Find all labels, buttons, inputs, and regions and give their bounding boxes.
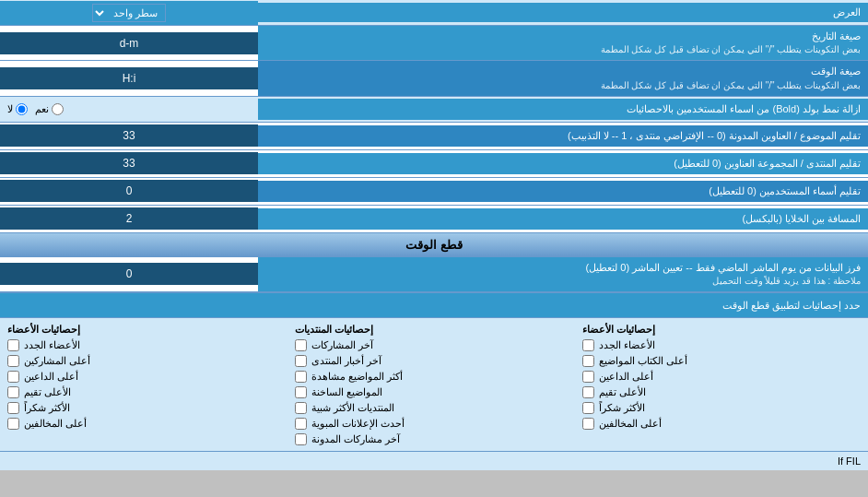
stats-limit-row: حدد إحصائيات لتطبيق قطع الوقت	[0, 292, 868, 318]
col3-check-3[interactable]	[7, 386, 19, 398]
col2-item-2: أكثر المواضيع مشاهدة	[295, 371, 573, 383]
bold-remove-radio-area: نعم لا	[0, 101, 258, 118]
col1-check-5[interactable]	[582, 418, 594, 430]
col3-header: إحصائيات الأعضاء	[7, 324, 286, 336]
col2-check-6[interactable]	[295, 433, 307, 445]
col2-check-4[interactable]	[295, 402, 307, 414]
col1-check-0[interactable]	[582, 339, 594, 351]
footer: If FIL	[0, 451, 868, 470]
username-count-row: تقليم أسماء المستخدمين (0 للتعطيل)	[0, 178, 868, 206]
cut-time-header: قطع الوقت	[0, 233, 868, 257]
col2-header: إحصائيات المنتديات	[295, 324, 573, 336]
col3-item-0: الأعضاء الجدد	[7, 339, 286, 351]
col2-item-3: المواضيع الساخنة	[295, 386, 573, 398]
col3-item-3: الأعلى تقيم	[7, 386, 286, 398]
col2-check-5[interactable]	[295, 418, 307, 430]
checkbox-col-3: إحصائيات الأعضاء الأعضاء الجدد أعلى المش…	[7, 324, 286, 445]
cell-spacing-input[interactable]	[7, 212, 251, 225]
cell-spacing-input-wrapper	[0, 207, 258, 230]
col3-item-5: أعلى المخالفين	[7, 418, 286, 430]
radio-yes[interactable]	[52, 103, 64, 115]
checkbox-col-2: إحصائيات المنتديات آخر المشاركات آخر أخب…	[295, 324, 573, 445]
col2-item-0: آخر المشاركات	[295, 339, 573, 351]
topic-title-label: تقليم الموضوع / العناوين المدونة (0 -- ا…	[258, 125, 868, 147]
col2-check-3[interactable]	[295, 386, 307, 398]
col3-check-5[interactable]	[7, 418, 19, 430]
time-format-input-wrapper	[0, 67, 258, 89]
col2-item-6: آخر مشاركات المدونة	[295, 433, 573, 445]
col2-check-0[interactable]	[295, 339, 307, 351]
date-format-input[interactable]	[7, 37, 251, 50]
cut-time-row: فرز البيانات من يوم الماشر الماضي فقط --…	[0, 257, 868, 292]
radio-no[interactable]	[16, 103, 28, 115]
header-label: العرض	[258, 3, 868, 22]
col2-item-5: أحدث الإعلانات المبوية	[295, 418, 573, 430]
display-select[interactable]: سطر واحد سطرين ثلاثة أسطر	[92, 4, 166, 22]
col2-item-4: المنتديات الأكثر شبية	[295, 402, 573, 414]
forum-group-row: تقليم المنتدى / المجموعة العناوين (0 للت…	[0, 150, 868, 178]
forum-group-input-wrapper	[0, 152, 258, 174]
col3-item-1: أعلى المشاركين	[7, 355, 286, 367]
col3-check-0[interactable]	[7, 339, 19, 351]
col1-item-5: أعلى المخالفين	[582, 418, 861, 430]
radio-yes-label[interactable]: نعم	[35, 103, 64, 115]
date-format-input-wrapper	[0, 32, 258, 54]
header-select-area[interactable]: سطر واحد سطرين ثلاثة أسطر	[0, 1, 258, 25]
col2-item-1: آخر أخبار المنتدى	[295, 355, 573, 367]
cut-time-input-wrapper	[0, 263, 258, 285]
radio-no-label[interactable]: لا	[7, 103, 28, 115]
col3-check-4[interactable]	[7, 402, 19, 414]
col1-check-1[interactable]	[582, 355, 594, 367]
forum-group-label: تقليم المنتدى / المجموعة العناوين (0 للت…	[258, 153, 868, 174]
col1-check-4[interactable]	[582, 402, 594, 414]
stats-limit-label: حدد إحصائيات لتطبيق قطع الوقت	[7, 300, 861, 312]
time-format-row: صيغة الوقت بعض التكوينات يتطلب "/" التي …	[0, 61, 868, 96]
time-format-label: صيغة الوقت بعض التكوينات يتطلب "/" التي …	[258, 61, 868, 95]
col3-item-4: الأكثر شكراً	[7, 402, 286, 414]
col3-check-2[interactable]	[7, 371, 19, 383]
username-count-label: تقليم أسماء المستخدمين (0 للتعطيل)	[258, 181, 868, 202]
col1-item-2: أعلى الداعين	[582, 371, 861, 383]
col1-check-2[interactable]	[582, 371, 594, 383]
cell-spacing-row: المسافة بين الخلايا (بالبكسل)	[0, 206, 868, 233]
col1-item-4: الأكثر شكراً	[582, 402, 861, 414]
bold-remove-label: ازالة نمط بولد (Bold) من اسماء المستخدمي…	[258, 99, 868, 120]
col1-header: إحصائيات الأعضاء	[582, 324, 861, 336]
username-count-input-wrapper	[0, 180, 258, 202]
col3-check-1[interactable]	[7, 355, 19, 367]
col1-item-3: الأعلى تقيم	[582, 386, 861, 398]
cell-spacing-label: المسافة بين الخلايا (بالبكسل)	[258, 208, 868, 230]
date-format-label: صيغة التاريخ بعض التكوينات يتطلب "/" الت…	[258, 26, 868, 60]
bold-remove-row: ازالة نمط بولد (Bold) من اسماء المستخدمي…	[0, 97, 868, 123]
col2-check-2[interactable]	[295, 371, 307, 383]
topic-title-input-wrapper	[0, 124, 258, 147]
col1-item-0: الأعضاء الجدد	[582, 339, 861, 351]
main-container: العرض سطر واحد سطرين ثلاثة أسطر صيغة الت…	[0, 0, 868, 470]
checkbox-col-1: إحصائيات الأعضاء الأعضاء الجدد أعلى الكت…	[582, 324, 861, 445]
checkboxes-container: إحصائيات الأعضاء الأعضاء الجدد أعلى الكت…	[0, 318, 868, 451]
topic-title-input[interactable]	[7, 129, 251, 142]
cut-time-label: فرز البيانات من يوم الماشر الماضي فقط --…	[258, 257, 868, 291]
forum-group-input[interactable]	[7, 157, 251, 170]
username-count-input[interactable]	[7, 184, 251, 197]
col1-item-1: أعلى الكتاب المواضيع	[582, 355, 861, 367]
col3-item-2: أعلى الداعين	[7, 371, 286, 383]
date-format-row: صيغة التاريخ بعض التكوينات يتطلب "/" الت…	[0, 26, 868, 61]
cut-time-input[interactable]	[7, 267, 251, 280]
topic-title-row: تقليم الموضوع / العناوين المدونة (0 -- ا…	[0, 123, 868, 150]
header-row: العرض سطر واحد سطرين ثلاثة أسطر	[0, 0, 868, 26]
col2-check-1[interactable]	[295, 355, 307, 367]
time-format-input[interactable]	[7, 72, 251, 85]
col1-check-3[interactable]	[582, 386, 594, 398]
